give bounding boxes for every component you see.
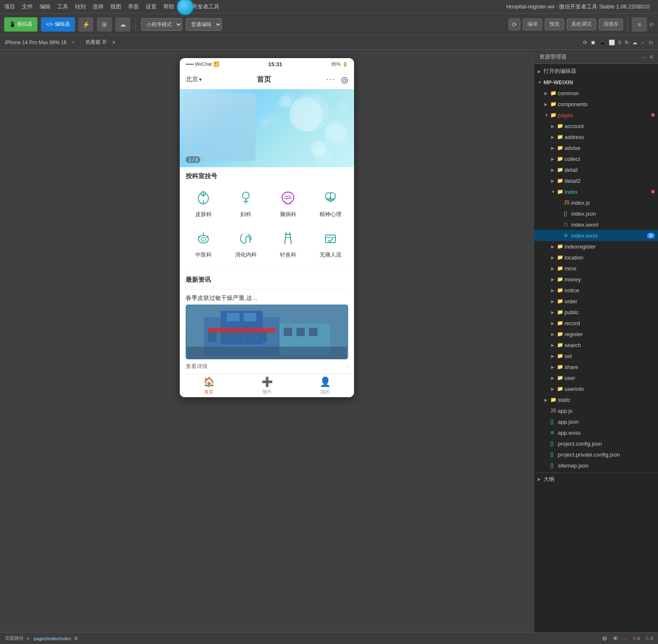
- tree-index-wxml[interactable]: ⬡ index.wxml: [534, 219, 658, 230]
- panel-menu-btn[interactable]: ≡: [650, 53, 653, 60]
- dept-abortion[interactable]: 无痛人流: [310, 224, 351, 263]
- news-image[interactable]: [186, 305, 348, 359]
- menu-item-view[interactable]: 视图: [110, 3, 121, 11]
- status-gear-icon[interactable]: ⚙: [602, 635, 607, 642]
- dept-gastro[interactable]: 消化内科: [226, 224, 266, 263]
- tree-set[interactable]: ▶ 📁 set: [534, 350, 658, 361]
- tablet-icon[interactable]: ⬜: [609, 40, 615, 45]
- tree-index-js[interactable]: JS index.js: [534, 197, 658, 208]
- tree-location[interactable]: ▶ 📁 location: [534, 252, 658, 263]
- menu-item-settings[interactable]: 设置: [146, 3, 157, 11]
- hotreload-toggle[interactable]: ▼: [111, 40, 116, 45]
- nav-home[interactable]: 🏠 首页: [180, 374, 238, 397]
- dept-neurology[interactable]: 脑病科: [268, 184, 309, 222]
- debug-link[interactable]: in: [649, 40, 653, 45]
- menu-item-select[interactable]: 选择: [93, 3, 104, 11]
- menu-item-project[interactable]: 项目: [4, 3, 15, 11]
- status-more-btn[interactable]: ···: [623, 636, 627, 641]
- news-more[interactable]: 查看详情 ›: [180, 359, 354, 374]
- tree-collect[interactable]: ▶ 📁 collect: [534, 153, 658, 164]
- debugger-btn[interactable]: ⚡: [78, 17, 93, 32]
- simulator-btn[interactable]: 📱 模拟器: [4, 17, 37, 32]
- menu-item-file[interactable]: 文件: [22, 3, 33, 11]
- tree-components[interactable]: ▶ 📁 components: [534, 99, 658, 110]
- banner[interactable]: 1 / 3: [180, 89, 354, 167]
- tree-common[interactable]: ▶ 📁 common: [534, 88, 658, 99]
- menu-item-goto[interactable]: 转到: [75, 3, 86, 11]
- nav-appointment[interactable]: ➕ 预约: [238, 374, 296, 397]
- editor-btn[interactable]: </> 编辑器: [41, 17, 75, 32]
- cloud2-icon[interactable]: ☁: [632, 40, 637, 45]
- panel-more-btn[interactable]: ···: [642, 53, 647, 60]
- dept-skin[interactable]: 皮肤科: [183, 184, 224, 222]
- realtest-btn[interactable]: 真机调试: [567, 19, 596, 30]
- tree-record[interactable]: ▶ 📁 record: [534, 318, 658, 329]
- dept-tcm[interactable]: 中医科: [183, 224, 224, 263]
- tree-userinfo[interactable]: ▶ 📁 userinfo: [534, 383, 658, 394]
- menu-item-tools[interactable]: 工具: [57, 3, 68, 11]
- screenshot-icon[interactable]: ⎘: [618, 40, 621, 45]
- cloud-btn[interactable]: ☁: [115, 17, 131, 32]
- tree-detail[interactable]: ▶ 📁 detail: [534, 164, 658, 175]
- compile-select[interactable]: 普通编辑: [186, 18, 222, 31]
- menu-item-help[interactable]: 帮助: [163, 3, 174, 11]
- tree-share[interactable]: ▶ 📁 share: [534, 361, 658, 372]
- stop-icon[interactable]: ⏹: [591, 40, 596, 45]
- header-icons: ··· ◎: [326, 75, 348, 85]
- arrow-icon[interactable]: ←: [641, 40, 646, 45]
- tree-indexregister[interactable]: ▶ 📁 indexregister: [534, 241, 658, 252]
- tree-index[interactable]: ▼ 📁 index: [534, 186, 658, 197]
- compile-btn[interactable]: 编译: [523, 19, 542, 30]
- neurology-icon: [278, 188, 298, 208]
- tree-sitemap[interactable]: {} sitemap.json: [534, 460, 658, 471]
- refresh-btn[interactable]: ⟳: [509, 19, 520, 30]
- tree-register[interactable]: ▶ 📁 register: [534, 329, 658, 339]
- mode-select[interactable]: 小程序模式: [141, 18, 182, 31]
- menu-item-interface[interactable]: 界面: [128, 3, 139, 11]
- tree-appwxss[interactable]: ≋ app.wxss: [534, 427, 658, 438]
- tree-account[interactable]: ▶ 📁 account: [534, 120, 658, 131]
- phone-outline-icon[interactable]: 📱: [599, 40, 605, 45]
- dept-gynecology[interactable]: 妇科: [226, 184, 266, 222]
- reload-icon[interactable]: ⟳: [583, 40, 587, 45]
- open-editors-section[interactable]: ▶ 打开的编辑器: [534, 66, 658, 77]
- tree-user[interactable]: ▶ 📁 user: [534, 372, 658, 383]
- preview-btn[interactable]: 预览: [545, 19, 564, 30]
- cache-btn[interactable]: 清缓存: [599, 19, 623, 30]
- tree-root[interactable]: ▼ MP-WEIXIN: [534, 77, 658, 88]
- record-icon[interactable]: ◎: [341, 75, 348, 85]
- tree-address[interactable]: ▶ 📁 address: [534, 131, 658, 142]
- tree-projectconfig[interactable]: {} project.config.json: [534, 438, 658, 449]
- tree-advise[interactable]: ▶ 📁 advise: [534, 142, 658, 153]
- tree-static[interactable]: ▶ 📁 static: [534, 394, 658, 405]
- tree-index-json[interactable]: {} index.json: [534, 208, 658, 219]
- tree-public[interactable]: ▶ 📁 public: [534, 307, 658, 318]
- svg-point-3: [282, 93, 296, 107]
- nav-profile[interactable]: 👤 我的: [296, 374, 354, 397]
- status-copy-icon[interactable]: ⧉: [75, 636, 78, 641]
- menu-item-edit[interactable]: 编辑: [40, 3, 51, 11]
- tree-money[interactable]: ▶ 📁 money: [534, 274, 658, 285]
- tree-order[interactable]: ▶ 📁 order: [534, 296, 658, 307]
- weixin-link[interactable]: in: [650, 21, 654, 27]
- tree-projectprivate[interactable]: {} project.private.config.json: [534, 449, 658, 460]
- dept-acupuncture[interactable]: 针灸科: [268, 224, 309, 263]
- rotate-icon[interactable]: ↻: [625, 40, 629, 45]
- register-label: register: [565, 331, 655, 337]
- visual-btn[interactable]: ⊞: [97, 17, 112, 32]
- tree-index-wxss[interactable]: ≋ index.wxss 9: [534, 230, 658, 241]
- tree-appjson[interactable]: {} app.json: [534, 416, 658, 427]
- tree-outline-section[interactable]: ▶ 大纲: [534, 473, 658, 484]
- location-btn[interactable]: 北京 ▾: [186, 75, 202, 83]
- tree-pages[interactable]: ▼ 📁 pages: [534, 110, 658, 120]
- device-label: iPhone 14 Pro Max 89% 16: [5, 40, 67, 45]
- tree-notice[interactable]: ▶ 📁 notice: [534, 285, 658, 296]
- tree-detail2[interactable]: ▶ 📁 detail2: [534, 175, 658, 186]
- tree-mine[interactable]: ▶ 📁 mine: [534, 263, 658, 274]
- tree-appjs[interactable]: JS app.js: [534, 405, 658, 416]
- toolbar-extra-btn[interactable]: ≡: [632, 17, 647, 32]
- tree-search[interactable]: ▶ 📁 search: [534, 339, 658, 350]
- status-eye-icon[interactable]: 👁: [613, 635, 618, 642]
- more-icon[interactable]: ···: [326, 75, 335, 84]
- dept-psychology[interactable]: 精神心理: [310, 184, 351, 222]
